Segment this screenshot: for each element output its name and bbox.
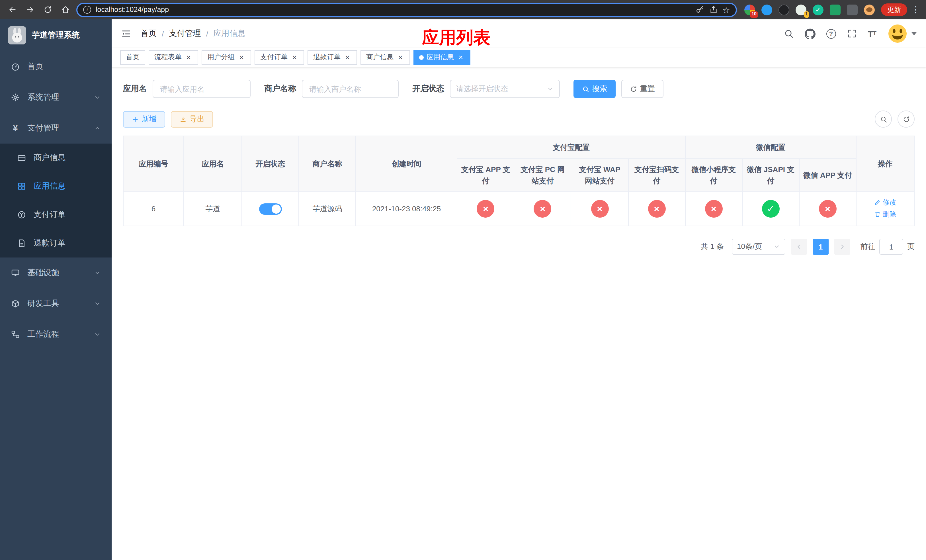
add-button[interactable]: 新增 xyxy=(123,111,165,127)
goto-page-input[interactable] xyxy=(879,239,903,255)
github-icon[interactable] xyxy=(804,28,815,39)
search-icon xyxy=(879,115,887,123)
browser-reload-icon[interactable] xyxy=(41,3,54,17)
breadcrumb-payment[interactable]: 支付管理 xyxy=(169,29,201,39)
extension-icon-avatar[interactable]: 1 xyxy=(796,4,806,15)
app-logo[interactable]: 芋道管理系统 xyxy=(0,20,112,51)
col-created: 创建时间 xyxy=(356,136,457,192)
sidebar-item-home[interactable]: 首页 xyxy=(0,51,112,82)
col-alipay-app: 支付宝 APP 支付 xyxy=(457,159,514,192)
password-key-icon[interactable] xyxy=(695,5,704,14)
extension-icon-dark[interactable] xyxy=(779,4,789,15)
share-icon[interactable] xyxy=(709,5,718,14)
close-icon[interactable]: × xyxy=(238,53,245,61)
cell-app-id: 6 xyxy=(123,192,184,226)
reset-button[interactable]: 重置 xyxy=(621,80,663,98)
grid-icon xyxy=(17,182,26,191)
refund-doc-icon xyxy=(17,239,26,248)
close-icon[interactable]: × xyxy=(457,53,465,61)
address-bar[interactable]: i localhost:1024/pay/app ☆ xyxy=(76,3,737,17)
page-size-select[interactable]: 10条/页 xyxy=(732,239,785,255)
goto-suffix: 页 xyxy=(907,242,915,252)
app-name-label: 应用名 xyxy=(123,84,147,94)
next-page-button[interactable] xyxy=(834,239,850,255)
col-wechat-jsapi: 微信 JSAPI 支付 xyxy=(742,159,799,192)
app-name-input[interactable] xyxy=(153,80,251,98)
fullscreen-icon[interactable] xyxy=(847,29,857,39)
browser-back-icon[interactable] xyxy=(6,3,20,17)
browser-profile-avatar[interactable] xyxy=(864,4,875,15)
extension-icon-puzzle[interactable] xyxy=(847,4,858,15)
refresh-icon xyxy=(630,85,637,92)
close-icon[interactable]: × xyxy=(185,53,192,61)
help-icon[interactable]: ? xyxy=(826,29,836,38)
enabled-toggle[interactable] xyxy=(259,203,281,215)
user-avatar xyxy=(887,23,908,44)
chevron-right-icon xyxy=(839,243,846,250)
goto-label: 前往 xyxy=(861,242,875,252)
cell-created: 2021-10-23 08:49:25 xyxy=(356,192,457,226)
edit-button[interactable]: 修改 xyxy=(874,197,896,207)
sidebar-item-system[interactable]: 系统管理 xyxy=(0,82,112,113)
delete-button[interactable]: 删除 xyxy=(874,209,896,219)
tab-pay-orders[interactable]: 支付订单× xyxy=(254,50,304,65)
refresh-table-button[interactable] xyxy=(897,110,915,128)
font-size-icon[interactable]: TT xyxy=(868,29,876,38)
chevron-down-icon xyxy=(94,94,101,101)
tab-user-group[interactable]: 用户分组× xyxy=(201,50,251,65)
page-1-button[interactable]: 1 xyxy=(813,239,829,255)
status-label: 开启状态 xyxy=(412,84,444,94)
col-alipay-pc: 支付宝 PC 网站支付 xyxy=(514,159,571,192)
sidebar-item-refund-orders[interactable]: 退款订单 xyxy=(0,229,112,257)
tab-merchant-info[interactable]: 商户信息× xyxy=(360,50,410,65)
wechat-jsapi-status-icon: ✓ xyxy=(762,200,779,218)
extension-icon-blue[interactable] xyxy=(761,4,772,15)
sidebar-item-workflow[interactable]: 工作流程 xyxy=(0,319,112,350)
user-avatar-dropdown[interactable] xyxy=(887,23,917,44)
extension-icon-pinwheel[interactable]: 10 xyxy=(744,4,755,15)
browser-home-icon[interactable] xyxy=(59,3,72,17)
logo-avatar xyxy=(8,26,26,44)
sidebar-item-merchant-info[interactable]: 商户信息 xyxy=(0,144,112,172)
sidebar-item-app-info[interactable]: 应用信息 xyxy=(0,172,112,201)
browser-forward-icon[interactable] xyxy=(23,3,37,17)
active-dot xyxy=(419,55,424,59)
chevron-down-icon xyxy=(94,331,101,338)
col-group-wechat: 微信配置 xyxy=(685,136,856,159)
col-alipay-qr: 支付宝扫码支付 xyxy=(628,159,685,192)
tab-home[interactable]: 首页 xyxy=(120,50,145,65)
sidebar-item-infrastructure[interactable]: 基础设施 xyxy=(0,257,112,288)
search-icon xyxy=(582,85,589,92)
header-search-icon[interactable] xyxy=(783,29,794,39)
cell-app-name: 芋道 xyxy=(184,192,242,226)
sidebar-item-dev-tools[interactable]: 研发工具 xyxy=(0,288,112,319)
close-icon[interactable]: × xyxy=(343,53,351,61)
breadcrumb-home[interactable]: 首页 xyxy=(141,29,157,39)
extension-icon-check[interactable]: ✓ xyxy=(813,4,823,15)
prev-page-button[interactable] xyxy=(791,239,807,255)
merchant-name-input[interactable] xyxy=(302,80,399,98)
status-select[interactable]: 请选择开启状态 xyxy=(450,80,560,98)
bookmark-star-icon[interactable]: ☆ xyxy=(722,5,730,14)
sidebar-fold-icon[interactable] xyxy=(121,28,132,39)
browser-update-button[interactable]: 更新 xyxy=(881,3,907,16)
site-info-icon[interactable]: i xyxy=(83,6,91,14)
sidebar-item-pay-orders[interactable]: 支付订单 xyxy=(0,201,112,229)
close-icon[interactable]: × xyxy=(291,53,298,61)
toggle-search-button[interactable] xyxy=(875,110,892,128)
tab-process-form[interactable]: 流程表单× xyxy=(149,50,198,65)
chevron-down-icon xyxy=(94,300,101,307)
col-actions: 操作 xyxy=(856,136,914,192)
search-button[interactable]: 搜索 xyxy=(573,80,616,98)
payment-submenu: 商户信息 应用信息 支付订单 退款订单 xyxy=(0,144,112,257)
cell-merchant: 芋道源码 xyxy=(299,192,356,226)
tab-refund-orders[interactable]: 退款订单× xyxy=(307,50,357,65)
sidebar-item-payment[interactable]: ¥ 支付管理 xyxy=(0,113,112,144)
extension-icon-green-doc[interactable] xyxy=(830,4,841,15)
close-icon[interactable]: × xyxy=(396,53,404,61)
merchant-name-label: 商户名称 xyxy=(264,84,296,94)
browser-menu-icon[interactable]: ⋮ xyxy=(911,5,920,15)
export-button[interactable]: 导出 xyxy=(171,111,213,127)
app-table: 应用编号 应用名 开启状态 商户名称 创建时间 支付宝配置 微信配置 操作 支付… xyxy=(123,136,915,226)
tab-app-info[interactable]: 应用信息× xyxy=(413,50,471,65)
